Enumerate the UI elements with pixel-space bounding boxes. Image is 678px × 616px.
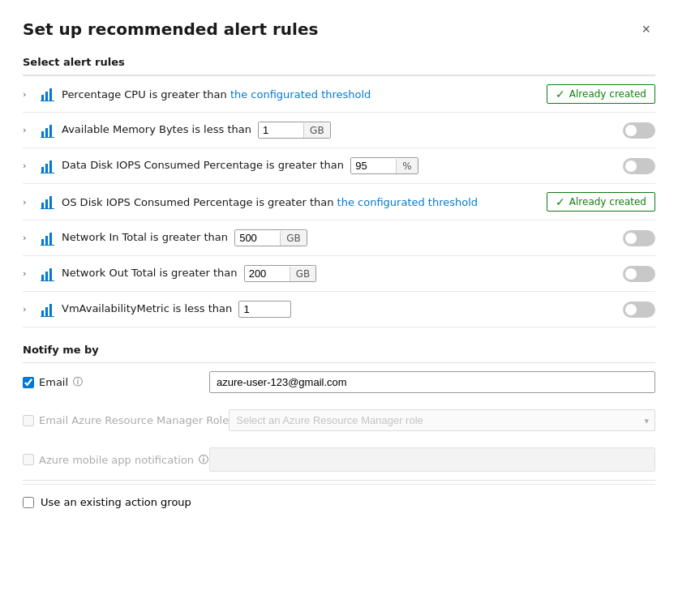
alert-row-vmavailability: › VmAvailabilityMetric is less than: [23, 292, 655, 327]
mobile-app-label-text: Azure mobile app notification: [39, 454, 194, 466]
svg-rect-10: [49, 160, 52, 173]
svg-rect-21: [45, 272, 48, 280]
email-arm-role-checkbox[interactable]: [23, 415, 34, 426]
alert-text-networkin: Network In Total is greater than GB: [62, 229, 623, 246]
svg-rect-5: [45, 128, 48, 137]
close-button[interactable]: ×: [637, 19, 655, 40]
role-select-wrapper: Select an Azure Resource Manager role ▾: [229, 409, 655, 431]
alert-unit-memory: GB: [303, 123, 330, 138]
badge-label-osdisk: Already created: [569, 196, 646, 207]
alert-input-networkout[interactable]: [245, 266, 290, 281]
toggle-slider-datadisk: [623, 158, 655, 174]
metric-icon-datadisk: [41, 159, 55, 173]
svg-rect-6: [49, 125, 52, 137]
toggle-slider-memory: [623, 122, 655, 139]
chevron-icon-vmavailability[interactable]: ›: [23, 304, 34, 314]
toggle-slider-vmavailability: [623, 302, 655, 318]
svg-rect-24: [41, 310, 44, 316]
alert-input-vmavailability[interactable]: [238, 301, 291, 318]
svg-rect-27: [41, 316, 54, 317]
chevron-icon-networkout[interactable]: ›: [23, 268, 34, 279]
toggle-datadisk[interactable]: [623, 158, 655, 174]
alert-row-networkout: › Network Out Total is greater than GB: [23, 256, 655, 292]
alert-input-networkin[interactable]: [235, 230, 280, 246]
svg-rect-3: [41, 101, 54, 101]
email-arm-role-row: Email Azure Resource Manager Role Select…: [23, 401, 655, 439]
alert-unit-networkout: GB: [290, 267, 316, 281]
dialog-header: Set up recommended alert rules ×: [23, 19, 655, 40]
metric-icon-memory: [41, 123, 55, 138]
mobile-app-info-icon[interactable]: ⓘ: [199, 453, 208, 467]
alert-text-vmavailability: VmAvailabilityMetric is less than: [62, 301, 623, 318]
alert-link-osdisk[interactable]: the configurated threshold: [337, 196, 478, 208]
toggle-slider-networkin: [623, 230, 655, 246]
svg-rect-26: [49, 304, 52, 316]
alert-row-networkin: › Network In Total is greater than GB: [23, 220, 655, 256]
check-icon-cpu: ✓: [556, 88, 565, 101]
use-action-group-label: Use an existing action group: [41, 496, 191, 508]
already-created-badge-cpu: ✓Already created: [547, 84, 655, 104]
use-action-group-row: Use an existing action group: [23, 484, 655, 508]
svg-rect-13: [45, 199, 48, 208]
svg-rect-25: [45, 307, 48, 316]
dialog-title: Set up recommended alert rules: [23, 19, 318, 39]
alert-text-datadisk: Data Disk IOPS Consumed Percentage is gr…: [62, 157, 623, 174]
alert-row-datadisk: › Data Disk IOPS Consumed Percentage is …: [23, 148, 655, 184]
alert-link-cpu[interactable]: the configurated threshold: [230, 88, 371, 101]
metric-icon-cpu: [41, 87, 55, 101]
email-info-icon[interactable]: ⓘ: [73, 375, 83, 389]
notify-section: Notify me by Email ⓘ Email Azure Resourc…: [23, 344, 655, 508]
check-icon-osdisk: ✓: [556, 195, 565, 208]
metric-icon-networkout: [41, 267, 55, 281]
mobile-app-label: Azure mobile app notification ⓘ: [23, 453, 209, 467]
svg-rect-12: [41, 203, 44, 208]
toggle-memory[interactable]: [623, 122, 655, 139]
dialog: Set up recommended alert rules × Select …: [0, 0, 678, 616]
email-input[interactable]: [209, 371, 655, 393]
email-arm-role-label: Email Azure Resource Manager Role: [23, 414, 229, 426]
svg-rect-1: [45, 92, 48, 101]
metric-icon-vmavailability: [41, 302, 55, 317]
mobile-app-row: Azure mobile app notification ⓘ: [23, 439, 655, 480]
email-checkbox[interactable]: [23, 377, 34, 388]
chevron-icon-memory[interactable]: ›: [23, 125, 34, 135]
alert-rows-list: › Percentage CPU is greater than the con…: [23, 75, 655, 327]
notify-section-label: Notify me by: [23, 344, 655, 356]
alert-unit-networkin: GB: [280, 231, 307, 246]
toggle-vmavailability[interactable]: [623, 302, 655, 318]
alert-row-memory: › Available Memory Bytes is less than GB: [23, 113, 655, 148]
action-group-divider: [23, 480, 655, 481]
email-row: Email ⓘ: [23, 363, 655, 401]
svg-rect-8: [41, 167, 44, 173]
role-select[interactable]: Select an Azure Resource Manager role: [229, 409, 655, 431]
svg-rect-18: [49, 233, 52, 245]
metric-icon-networkin: [41, 231, 55, 246]
svg-rect-9: [45, 164, 48, 173]
alert-input-memory[interactable]: [259, 122, 303, 138]
alert-input-datadisk[interactable]: [351, 158, 396, 173]
alert-rules-section-label: Select alert rules: [23, 56, 655, 68]
email-label[interactable]: Email ⓘ: [23, 375, 209, 389]
alert-text-networkout: Network Out Total is greater than GB: [62, 265, 623, 282]
svg-rect-22: [49, 268, 52, 280]
chevron-icon-datadisk[interactable]: ›: [23, 160, 34, 171]
chevron-icon-networkin[interactable]: ›: [23, 233, 34, 243]
svg-rect-7: [41, 137, 54, 138]
use-action-group-checkbox[interactable]: [23, 497, 34, 508]
svg-rect-11: [41, 173, 54, 173]
svg-rect-19: [41, 245, 54, 246]
toggle-networkin[interactable]: [623, 230, 655, 246]
svg-rect-17: [45, 236, 48, 245]
mobile-app-input-placeholder: [209, 447, 655, 472]
svg-rect-20: [41, 275, 44, 280]
alert-row-cpu: › Percentage CPU is greater than the con…: [23, 76, 655, 113]
alert-unit-datadisk: %: [396, 159, 417, 173]
toggle-slider-networkout: [623, 266, 655, 282]
email-arm-role-label-text: Email Azure Resource Manager Role: [39, 414, 229, 426]
svg-rect-2: [49, 88, 52, 101]
toggle-networkout[interactable]: [623, 266, 655, 282]
alert-text-cpu: Percentage CPU is greater than the confi…: [62, 88, 547, 101]
mobile-app-checkbox[interactable]: [23, 454, 34, 465]
chevron-icon-osdisk[interactable]: ›: [23, 197, 34, 207]
chevron-icon-cpu[interactable]: ›: [23, 89, 34, 100]
